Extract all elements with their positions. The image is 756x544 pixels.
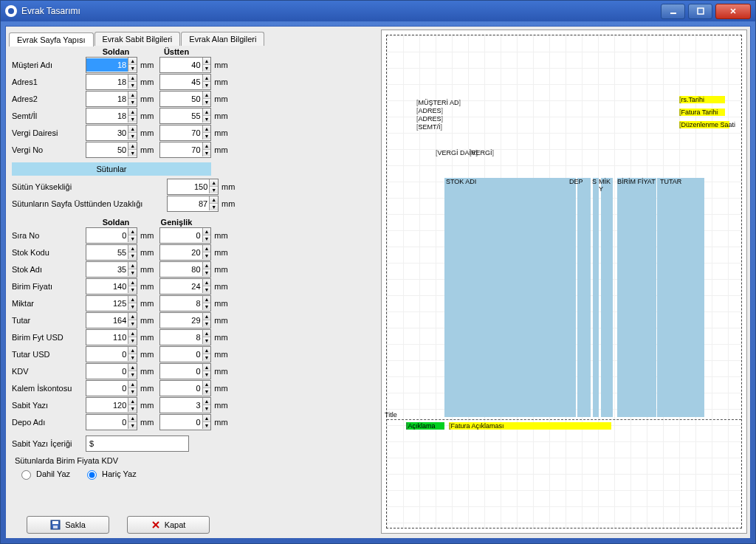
spin-stokadi-soldan[interactable]: ▲▼ (86, 261, 137, 278)
spin-adres1-ustten[interactable]: ▲▼ (159, 74, 211, 90)
pv-adres1[interactable]: [ADRES] (416, 107, 443, 114)
pv-col-tutar[interactable] (657, 178, 704, 417)
pv-col-depo-label: DEP (569, 178, 583, 185)
close-button[interactable] (715, 4, 751, 19)
spin-sutun-yuksekligi[interactable]: ▲▼ (167, 179, 219, 195)
spin-bfiyat-soldan[interactable]: ▲▼ (86, 278, 137, 295)
spin-musteri-soldan[interactable]: ▲▼ (86, 57, 137, 73)
spin-sutun-uzakligi[interactable]: ▲▼ (167, 196, 219, 212)
spin-stokkodu-genislik[interactable]: ▲▼ (159, 244, 211, 261)
pv-hline (387, 419, 741, 420)
radio-haric-yaz[interactable]: Hariç Yaz (83, 468, 137, 480)
spin-sabit-soldan[interactable]: ▲▼ (86, 397, 137, 413)
pv-col-stokadi[interactable] (444, 178, 576, 417)
label-bfusd: Birim Fyt USD (12, 333, 86, 342)
spin-miktar-genislik[interactable]: ▲▼ (159, 295, 211, 311)
spin-sabit-genislik[interactable]: ▲▼ (159, 397, 211, 413)
spin-adres2-soldan[interactable]: ▲▼ (86, 91, 137, 107)
spin-sirano-genislik[interactable]: ▲▼ (159, 227, 211, 244)
pv-faturaaciklamasi[interactable]: [Fatura Açıklaması (449, 422, 611, 430)
spin-miktar-soldan[interactable]: ▲▼ (86, 295, 137, 311)
label-miktar: Miktar (12, 299, 86, 308)
spin-tutusd-soldan[interactable]: ▲▼ (86, 346, 137, 362)
spin-bfiyat-genislik[interactable]: ▲▼ (159, 278, 211, 295)
spin-tutar-soldan[interactable]: ▲▼ (86, 312, 137, 328)
label-kdv: KDV (12, 367, 86, 376)
pv-col-depo[interactable] (577, 178, 591, 417)
sakla-button[interactable]: Sakla (27, 516, 109, 534)
spin-depo-soldan[interactable]: ▲▼ (86, 414, 137, 430)
input-sabit-yazi-icerigi[interactable] (86, 435, 189, 452)
label-tutar: Tutar (12, 316, 86, 325)
pv-col-mik[interactable] (601, 178, 613, 417)
label-semtil: Semt/İl (12, 111, 86, 120)
svg-point-0 (8, 8, 14, 14)
spin-tutar-genislik[interactable]: ▲▼ (159, 312, 211, 328)
spin-adres1-soldan[interactable]: ▲▼ (86, 74, 137, 90)
spin-kdv-soldan[interactable]: ▲▼ (86, 363, 137, 379)
header-genislik: Genişlik (146, 218, 207, 227)
svg-rect-6 (52, 521, 58, 524)
radio-dahil-yaz[interactable]: Dahil Yaz (18, 468, 70, 480)
spin-semtil-soldan[interactable]: ▲▼ (86, 108, 137, 124)
tab-evrak-sayfa-yapisi[interactable]: Evrak Sayfa Yapısı (9, 32, 94, 47)
pv-col-stokadi-label: STOK ADI (446, 178, 476, 185)
kapat-button[interactable]: Kapat (127, 516, 210, 534)
maximize-button[interactable] (688, 4, 712, 19)
label-tutusd: Tutar USD (12, 350, 86, 359)
pv-col-s[interactable] (593, 178, 599, 417)
pv-adres2[interactable]: [ADRES] (416, 115, 443, 123)
pv-col-bfiyat[interactable] (617, 178, 656, 417)
pv-ftarih[interactable]: [Fatura Tarihi (679, 109, 725, 116)
pv-semtil[interactable]: [SEMT/İ] (416, 123, 442, 131)
spin-vno-ustten[interactable]: ▲▼ (159, 142, 211, 158)
header-soldan-2: Soldan (86, 218, 146, 227)
pv-col-bfiyat-label: BİRİM FİYAT (617, 178, 656, 185)
spin-vno-soldan[interactable]: ▲▼ (86, 142, 137, 158)
tab-evrak-alan-bilgileri[interactable]: Evrak Alan Bilgileri (181, 32, 264, 46)
label-kdv-group: Sütunlarda Birim Fiyata KDV (15, 456, 375, 465)
pv-musteri[interactable]: [MÜŞTERİ AD] (416, 99, 461, 106)
label-adres1: Adres1 (12, 78, 86, 86)
spin-stokkodu-soldan[interactable]: ▲▼ (86, 244, 137, 261)
spin-isk-genislik[interactable]: ▲▼ (159, 380, 211, 396)
spin-stokadi-genislik[interactable]: ▲▼ (159, 261, 211, 278)
pv-dsaat[interactable]: [Düzenlenme Saati (679, 121, 729, 128)
label-sabit-yazi-icerigi: Sabit Yazı İçeriği (12, 439, 86, 448)
label-depoadi: Depo Adı (12, 418, 86, 427)
spin-semtil-ustten[interactable]: ▲▼ (159, 108, 211, 124)
spin-adres2-ustten[interactable]: ▲▼ (159, 91, 211, 107)
spin-tutusd-genislik[interactable]: ▲▼ (159, 346, 211, 362)
spin-vdaire-soldan[interactable]: ▲▼ (86, 125, 137, 141)
spin-kdv-genislik[interactable]: ▲▼ (159, 363, 211, 379)
pv-aciklama[interactable]: [Açıklama (406, 422, 444, 430)
spin-vdaire-ustten[interactable]: ▲▼ (159, 125, 211, 141)
section-sutunlar: Sütunlar (12, 162, 211, 176)
kapat-label: Kapat (165, 520, 186, 529)
label-vdaire: Vergi Dairesi (12, 128, 86, 137)
spin-bfusd-soldan[interactable]: ▲▼ (86, 329, 137, 345)
titlebar: Evrak Tasarımı (1, 1, 755, 21)
spin-sirano-soldan[interactable]: ▲▼ (86, 227, 137, 244)
spin-isk-soldan[interactable]: ▲▼ (86, 380, 137, 396)
pv-rstarih[interactable]: [rs.Tarihi (679, 96, 725, 103)
pv-titlebox[interactable]: Title (384, 410, 408, 419)
sakla-label: Sakla (65, 520, 86, 529)
pv-vno[interactable]: [VERGİ] (470, 149, 494, 156)
label-iskonto: Kalem İskontosu (12, 384, 86, 393)
preview-pane: [MÜŞTERİ AD] [ADRES] [ADRES] [SEMT/İ] [V… (381, 30, 747, 534)
svg-rect-1 (670, 13, 676, 14)
label-musteri-adi: Müşteri Adı (12, 61, 86, 69)
app-icon (5, 5, 17, 17)
minimize-button[interactable] (661, 4, 685, 19)
tab-evrak-sabit-bilgileri[interactable]: Evrak Sabit Bilgileri (94, 32, 181, 46)
label-stokadi: Stok Adı (12, 265, 86, 274)
spin-depo-genislik[interactable]: ▲▼ (159, 414, 211, 430)
header-ustten: Üstten (146, 47, 207, 56)
spin-musteri-ustten[interactable]: ▲▼ (159, 57, 211, 73)
spin-bfusd-genislik[interactable]: ▲▼ (159, 329, 211, 345)
label-sirano: Sıra No (12, 231, 86, 240)
label-bfiyat: Birim Fiyatı (12, 282, 86, 291)
page-preview[interactable]: [MÜŞTERİ AD] [ADRES] [ADRES] [SEMT/İ] [V… (386, 35, 742, 528)
label-vno: Vergi No (12, 145, 86, 154)
